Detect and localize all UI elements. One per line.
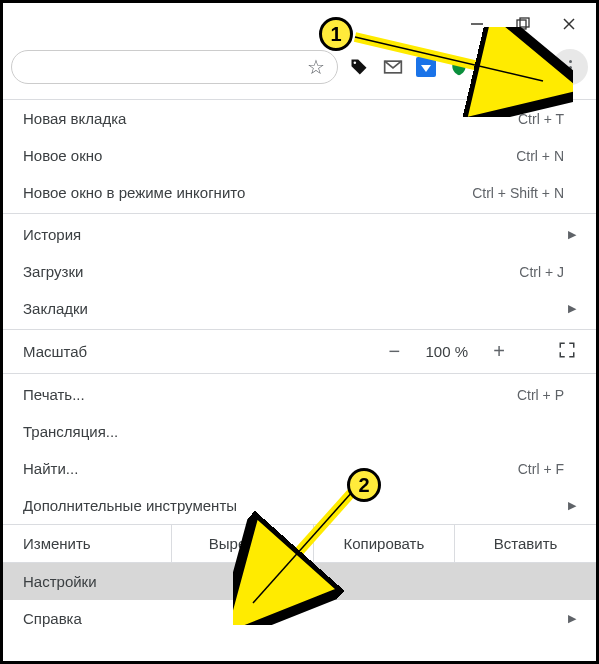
menu-item-label: Новое окно в режиме инкогнито — [23, 184, 472, 201]
menu-item-shortcut: Ctrl + N — [516, 148, 564, 164]
separator — [3, 213, 596, 214]
chevron-right-icon: ▶ — [568, 228, 576, 241]
menu-item-label: Трансляция... — [23, 423, 576, 440]
annotation-arrow-1 — [343, 27, 573, 117]
menu-item-shortcut: Ctrl + P — [517, 387, 564, 403]
zoom-in-button[interactable]: + — [490, 340, 508, 363]
chevron-right-icon: ▶ — [568, 302, 576, 315]
menu-item-label: Закладки — [23, 300, 562, 317]
edit-label: Изменить — [3, 525, 172, 562]
menu-print[interactable]: Печать... Ctrl + P — [3, 376, 596, 413]
menu-new-window[interactable]: Новое окно Ctrl + N — [3, 137, 596, 174]
chevron-right-icon: ▶ — [568, 499, 576, 512]
menu-item-label: Загрузки — [23, 263, 519, 280]
menu-item-shortcut: Ctrl + F — [518, 461, 564, 477]
menu-bookmarks[interactable]: Закладки ▶ — [3, 290, 596, 327]
annotation-marker-1: 1 — [319, 17, 353, 51]
svg-line-8 — [355, 37, 543, 81]
zoom-label: Масштаб — [23, 343, 385, 360]
svg-line-10 — [253, 491, 353, 603]
menu-item-shortcut: Ctrl + Shift + N — [472, 185, 564, 201]
bookmark-star-icon[interactable]: ☆ — [307, 55, 325, 79]
menu-item-label: Найти... — [23, 460, 518, 477]
menu-item-label: История — [23, 226, 562, 243]
paste-button[interactable]: Вставить — [455, 525, 596, 562]
menu-item-label: Новое окно — [23, 147, 516, 164]
separator — [3, 373, 596, 374]
fullscreen-icon[interactable] — [558, 341, 576, 362]
menu-incognito[interactable]: Новое окно в режиме инкогнито Ctrl + Shi… — [3, 174, 596, 211]
menu-downloads[interactable]: Загрузки Ctrl + J — [3, 253, 596, 290]
menu-history[interactable]: История ▶ — [3, 216, 596, 253]
menu-zoom: Масштаб − 100 % + — [3, 332, 596, 371]
menu-item-shortcut: Ctrl + J — [519, 264, 564, 280]
menu-cast[interactable]: Трансляция... — [3, 413, 596, 450]
address-bar[interactable]: ☆ — [11, 50, 338, 84]
menu-find[interactable]: Найти... Ctrl + F — [3, 450, 596, 487]
zoom-out-button[interactable]: − — [385, 340, 403, 363]
zoom-value: 100 % — [425, 343, 468, 360]
annotation-marker-2: 2 — [347, 468, 381, 502]
annotation-arrow-2 — [233, 485, 383, 625]
separator — [3, 329, 596, 330]
chevron-right-icon: ▶ — [568, 612, 576, 625]
menu-item-label: Печать... — [23, 386, 517, 403]
